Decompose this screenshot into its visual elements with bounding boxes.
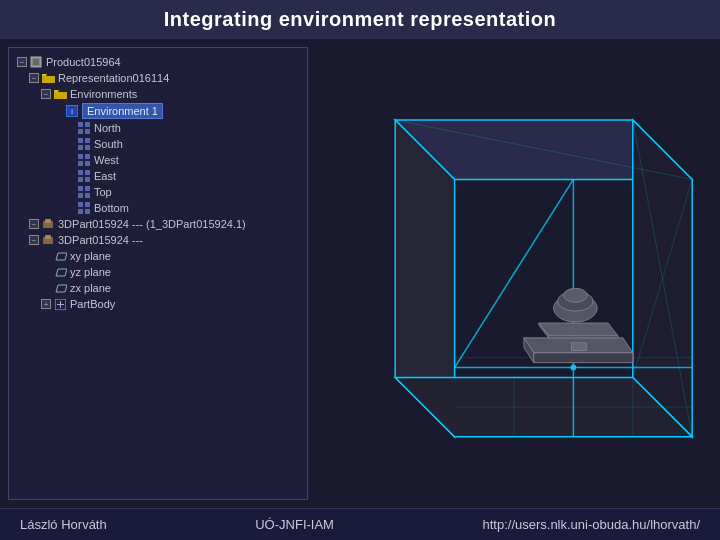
tree-icon-grid <box>77 185 91 199</box>
svg-marker-32 <box>56 253 67 260</box>
tree-icon-plane <box>53 281 67 295</box>
tree-item-xy[interactable]: xy plane <box>15 248 301 264</box>
tree-label-rep: Representation016114 <box>58 72 169 84</box>
main-content: −Product015964−Representation016114−Envi… <box>0 39 720 508</box>
svg-marker-33 <box>56 269 67 276</box>
svg-marker-59 <box>549 336 618 338</box>
tree-label-yz: yz plane <box>70 266 111 278</box>
tree-icon-grid <box>77 137 91 151</box>
tree-icon-part <box>41 233 55 247</box>
svg-rect-17 <box>85 170 90 175</box>
tree-item-3dpart2[interactable]: −3DPart015924 --- <box>15 232 301 248</box>
svg-rect-24 <box>78 202 83 207</box>
tree-label-3dpart1: 3DPart015924 --- (1_3DPart015924.1) <box>58 218 246 230</box>
svg-rect-10 <box>78 145 83 150</box>
footer-author: László Horváth <box>20 517 107 532</box>
svg-rect-12 <box>78 154 83 159</box>
tree-item-product[interactable]: −Product015964 <box>15 54 301 70</box>
svg-rect-6 <box>78 129 83 134</box>
tree-item-east[interactable]: East <box>15 168 301 184</box>
page-title: Integrating environment representation <box>164 8 556 30</box>
expand-icon-3dpart1[interactable]: − <box>29 219 39 229</box>
tree-label-product: Product015964 <box>46 56 121 68</box>
svg-rect-63 <box>571 343 586 351</box>
tree-icon-grid <box>77 201 91 215</box>
svg-rect-5 <box>85 122 90 127</box>
svg-rect-7 <box>85 129 90 134</box>
tree-item-south[interactable]: South <box>15 136 301 152</box>
tree-label-env1: Environment 1 <box>82 103 163 119</box>
tree-icon-plus-box <box>53 297 67 311</box>
svg-marker-56 <box>534 353 633 363</box>
svg-rect-21 <box>85 186 90 191</box>
tree-item-rep[interactable]: −Representation016114 <box>15 70 301 86</box>
expand-icon-product[interactable]: − <box>17 57 27 67</box>
tree-icon-grid <box>77 153 91 167</box>
tree-label-bottom: Bottom <box>94 202 129 214</box>
tree-item-3dpart1[interactable]: −3DPart015924 --- (1_3DPart015924.1) <box>15 216 301 232</box>
svg-rect-11 <box>85 145 90 150</box>
tree-item-top[interactable]: Top <box>15 184 301 200</box>
svg-rect-8 <box>78 138 83 143</box>
tree-label-east: East <box>94 170 116 182</box>
svg-rect-13 <box>85 154 90 159</box>
footer-url: http://users.nlk.uni-obuda.hu/lhorvath/ <box>482 517 700 532</box>
expand-icon-envs[interactable]: − <box>41 89 51 99</box>
tree-icon-part <box>41 217 55 231</box>
svg-rect-9 <box>85 138 90 143</box>
svg-rect-16 <box>78 170 83 175</box>
svg-rect-31 <box>45 235 51 239</box>
tree-item-north[interactable]: North <box>15 120 301 136</box>
tree-item-yz[interactable]: yz plane <box>15 264 301 280</box>
svg-point-64 <box>570 365 576 371</box>
tree-label-south: South <box>94 138 123 150</box>
expand-icon-rep[interactable]: − <box>29 73 39 83</box>
svg-rect-18 <box>78 177 83 182</box>
svg-rect-23 <box>85 193 90 198</box>
svg-rect-22 <box>78 193 83 198</box>
tree-label-3dpart2: 3DPart015924 --- <box>58 234 143 246</box>
tree-item-bottom[interactable]: Bottom <box>15 200 301 216</box>
tree-panel: −Product015964−Representation016114−Envi… <box>8 47 308 500</box>
tree-icon-folder <box>41 71 55 85</box>
tree-icon-folder <box>53 87 67 101</box>
tree-item-env1[interactable]: iEnvironment 1 <box>15 102 301 120</box>
tree-icon-product <box>29 55 43 69</box>
tree-item-partbody[interactable]: +PartBody <box>15 296 301 312</box>
footer-org: UÓ-JNFI-IAM <box>255 517 334 532</box>
tree-label-top: Top <box>94 186 112 198</box>
tree-icon-grid <box>77 169 91 183</box>
tree-item-envs[interactable]: −Environments <box>15 86 301 102</box>
svg-rect-27 <box>85 209 90 214</box>
svg-rect-4 <box>78 122 83 127</box>
3d-view <box>316 47 712 500</box>
svg-rect-15 <box>85 161 90 166</box>
tree-label-north: North <box>94 122 121 134</box>
tree-item-zx[interactable]: zx plane <box>15 280 301 296</box>
svg-rect-26 <box>78 209 83 214</box>
footer: László Horváth UÓ-JNFI-IAM http://users.… <box>0 508 720 540</box>
tree-icon-plane <box>53 265 67 279</box>
svg-marker-34 <box>56 285 67 292</box>
expand-icon-partbody[interactable]: + <box>41 299 51 309</box>
view-panel <box>316 47 712 500</box>
svg-marker-57 <box>539 323 618 336</box>
svg-rect-19 <box>85 177 90 182</box>
svg-rect-1 <box>33 59 39 65</box>
expand-icon-3dpart2[interactable]: − <box>29 235 39 245</box>
svg-rect-20 <box>78 186 83 191</box>
tree-label-west: West <box>94 154 119 166</box>
title-bar: Integrating environment representation <box>0 0 720 39</box>
tree-label-xy: xy plane <box>70 250 111 262</box>
tree-label-zx: zx plane <box>70 282 111 294</box>
svg-rect-25 <box>85 202 90 207</box>
svg-rect-14 <box>78 161 83 166</box>
tree-icon-env-active: i <box>65 104 79 118</box>
tree-label-envs: Environments <box>70 88 137 100</box>
tree-icon-grid <box>77 121 91 135</box>
svg-rect-29 <box>45 219 51 223</box>
tree-item-west[interactable]: West <box>15 152 301 168</box>
tree-label-partbody: PartBody <box>70 298 115 310</box>
svg-point-62 <box>564 288 588 302</box>
tree-icon-plane <box>53 249 67 263</box>
